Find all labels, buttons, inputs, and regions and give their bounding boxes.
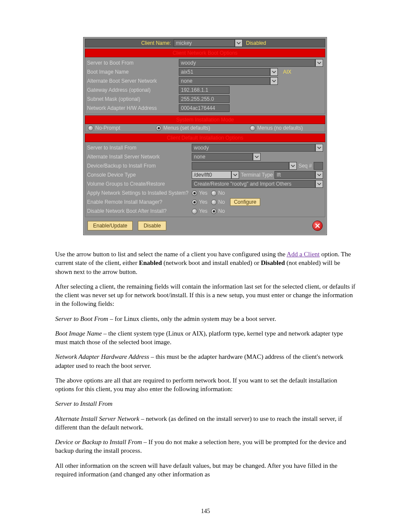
server-install-dropdown-button[interactable] — [315, 144, 323, 152]
field-item: Device or Backup to Install From – If yo… — [55, 438, 357, 455]
apply-net-yes-option[interactable]: Yes — [192, 190, 208, 196]
field-item: Network Adapter Hardware Address – this … — [55, 352, 357, 370]
radio-icon — [192, 190, 197, 196]
document-body: Use the arrow button to list and select … — [55, 250, 357, 485]
alt-install-net-dropdown-button[interactable] — [253, 153, 261, 161]
mode-no-prompt-option[interactable]: No-Prompt — [88, 125, 153, 131]
device-backup-label: Device/Backup to Install From — [87, 163, 192, 169]
client-status-label: Disabled — [243, 40, 266, 46]
paragraph: The above options are all that are requi… — [55, 376, 357, 394]
client-name-input[interactable]: mickey — [174, 39, 235, 47]
rim-no-label: No — [218, 199, 225, 205]
boot-image-input[interactable]: aix51 — [179, 68, 270, 76]
paragraph: After selecting a client, the remaining … — [55, 282, 357, 308]
client-name-dropdown-button[interactable] — [235, 39, 243, 47]
radio-icon — [211, 199, 217, 205]
subnet-label: Subnet Mask (optional) — [87, 96, 179, 102]
disable-boot-no-option[interactable]: No — [211, 208, 225, 214]
volume-groups-label: Volume Groups to Create/Restore — [87, 181, 192, 187]
rim-yes-option[interactable]: Yes — [192, 199, 208, 205]
rim-label: Enable Remote Install Manager? — [87, 199, 192, 205]
chevron-down-icon — [291, 164, 295, 168]
page-number: 145 — [0, 508, 411, 515]
radio-icon — [211, 208, 217, 214]
server-boot-label: Server to Boot From — [87, 60, 179, 66]
console-device-dropdown-button[interactable] — [231, 171, 239, 179]
device-backup-dropdown-button[interactable] — [289, 162, 297, 170]
alt-install-net-label: Alternate Install Server Network — [87, 154, 192, 160]
mode-menus-nodefaults-label: Menus (no defaults) — [257, 125, 303, 131]
server-install-input[interactable]: woody — [192, 144, 315, 152]
volume-groups-input[interactable]: Create/Restore "rootvg" and Import Other… — [192, 180, 315, 188]
server-boot-input[interactable]: woody — [179, 59, 315, 67]
server-boot-dropdown-button[interactable] — [315, 59, 323, 67]
gateway-input[interactable]: 192.168.1.1 — [179, 86, 230, 94]
radio-icon — [250, 125, 255, 131]
radio-icon — [192, 208, 197, 214]
dialog-footer: Enable/Update Disable — [85, 217, 325, 233]
apply-net-label: Apply Network Settings to Installed Syst… — [87, 190, 192, 196]
chevron-down-icon — [317, 182, 321, 186]
enable-update-button[interactable]: Enable/Update — [87, 221, 133, 230]
console-device-input[interactable]: /dev/lft0 — [192, 171, 231, 179]
mode-menus-defaults-label: Menus (set defaults) — [163, 125, 210, 131]
disable-boot-yes-option[interactable]: Yes — [192, 208, 208, 214]
configure-button[interactable]: Configure — [230, 198, 260, 206]
apply-net-no-option[interactable]: No — [211, 190, 225, 196]
rim-yes-label: Yes — [199, 199, 208, 205]
section-body-boot: Server to Boot From woody Boot Image Nam… — [85, 57, 325, 114]
hw-address-input[interactable]: 0004ac176444 — [179, 104, 230, 112]
subnet-input[interactable]: 255.255.255.0 — [179, 95, 230, 103]
rim-no-option[interactable]: No — [211, 199, 225, 205]
terminal-type-input[interactable]: lft — [274, 171, 315, 179]
volume-groups-dropdown-button[interactable] — [315, 180, 323, 188]
alt-boot-net-dropdown-button[interactable] — [270, 77, 278, 85]
chevron-down-icon — [272, 70, 276, 74]
close-icon — [315, 223, 320, 228]
seq-label: Seq # — [297, 163, 314, 169]
boot-image-label: Boot Image Name — [87, 69, 179, 75]
seq-input[interactable] — [314, 162, 323, 170]
chevron-down-icon — [317, 173, 321, 177]
disable-boot-no-label: No — [218, 208, 225, 214]
radio-icon — [211, 190, 217, 196]
terminal-type-dropdown-button[interactable] — [315, 171, 323, 179]
add-client-link[interactable]: Add a Client — [286, 251, 320, 258]
radio-icon — [192, 199, 197, 205]
server-install-label: Server to Install From — [87, 145, 192, 151]
chevron-down-icon — [255, 155, 259, 159]
disable-boot-yes-label: Yes — [199, 208, 208, 214]
radio-icon — [88, 125, 93, 131]
section-header-install: Client Default Installation Options — [85, 134, 325, 142]
field-item: Boot Image Name – the client system type… — [55, 329, 357, 347]
hw-address-label: Network Adapter H/W Address — [87, 105, 179, 111]
apply-net-no-label: No — [218, 190, 225, 196]
install-mode-row: No-Prompt Menus (set defaults) Menus (no… — [85, 124, 325, 132]
paragraph: All other information on the screen will… — [55, 461, 357, 479]
mode-no-prompt-label: No-Prompt — [95, 125, 120, 131]
field-item: Server to Install From — [55, 399, 357, 408]
close-button[interactable] — [312, 221, 323, 231]
chevron-down-icon — [317, 61, 321, 65]
boot-image-dropdown-button[interactable] — [270, 68, 278, 76]
chevron-down-icon — [317, 146, 321, 150]
disable-boot-label: Disable Network Boot After Install? — [87, 208, 192, 214]
network-boot-dialog: Client Name: mickey Disabled Client Netw… — [83, 37, 327, 235]
apply-net-yes-label: Yes — [199, 190, 208, 196]
gateway-label: Gateway Address (optional) — [87, 87, 179, 93]
client-name-label: Client Name: — [87, 40, 174, 46]
device-backup-input[interactable] — [192, 162, 289, 170]
alt-boot-net-label: Alternate Boot Server Network — [87, 78, 179, 84]
field-item: Server to Boot From – for Linux clients,… — [55, 314, 357, 323]
boot-image-type-tag: AIX — [278, 69, 291, 75]
chevron-down-icon — [272, 79, 276, 83]
mode-menus-defaults-option[interactable]: Menus (set defaults) — [156, 125, 246, 131]
mode-menus-nodefaults-option[interactable]: Menus (no defaults) — [250, 125, 303, 131]
client-name-bar: Client Name: mickey Disabled — [85, 39, 325, 47]
disable-button[interactable]: Disable — [138, 221, 166, 230]
alt-boot-net-input[interactable]: none — [179, 77, 270, 85]
alt-install-net-input[interactable]: none — [192, 153, 253, 161]
section-header-boot: Client Network Boot Options — [85, 49, 325, 57]
section-body-install: Server to Install From woody Alternate I… — [85, 142, 325, 217]
paragraph: Use the arrow button to list and select … — [55, 250, 357, 276]
